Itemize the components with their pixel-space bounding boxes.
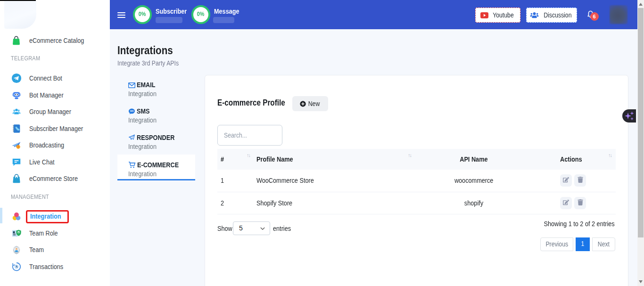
svg-text:SMS: SMS bbox=[130, 110, 134, 112]
svg-text:!: ! bbox=[18, 145, 19, 148]
